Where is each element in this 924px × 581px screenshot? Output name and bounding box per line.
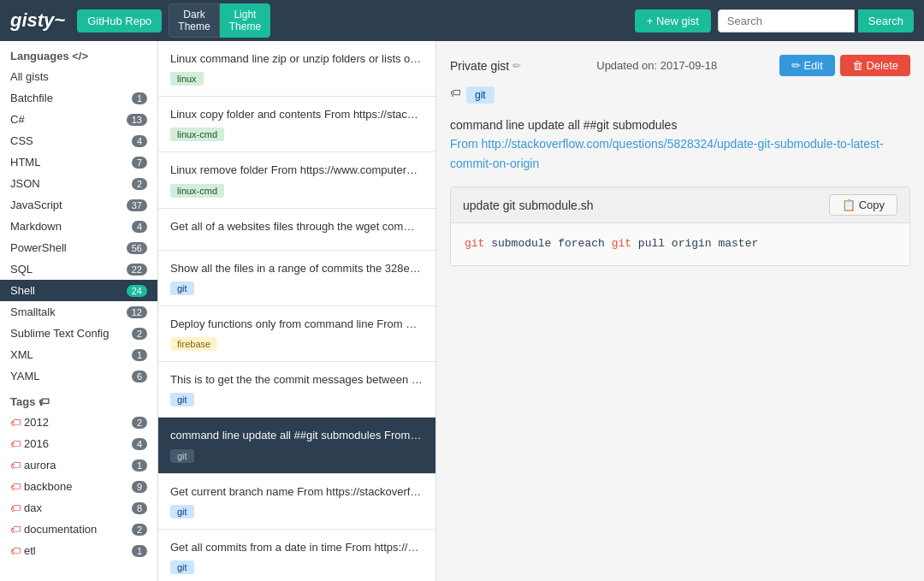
sidebar-item-shell[interactable]: Shell 24 [0,280,157,301]
list-item[interactable]: This is to get the the commit messages b… [158,362,435,418]
list-item[interactable]: Show all the files in a range of commits… [158,251,435,306]
list-item[interactable]: Get current branch name From https://sta… [158,474,435,530]
tag-label-text: etl [24,544,36,557]
sidebar-item-label: XML [10,348,33,361]
tag-item-etl[interactable]: 🏷 etl 1 [0,540,157,561]
list-item[interactable]: Linux remove folder From https://www.com… [158,152,435,208]
sidebar-item-json[interactable]: JSON 2 [0,173,157,194]
tag-bullet-icon: 🏷 [10,524,21,536]
list-item[interactable]: Get all of a websites files through the … [158,209,435,251]
code-text-pull: pull origin master [631,237,758,250]
tag-label-text: aurora [24,459,56,471]
gist-tag: git [170,560,194,574]
gist-title: Get current branch name From https://sta… [170,484,423,500]
sidebar-item-sublime-text-config[interactable]: Sublime Text Config 2 [0,323,157,344]
list-item[interactable]: Linux command line zip or unzip folders … [158,41,435,97]
search-input[interactable] [718,9,855,33]
search-box: Search [718,9,914,33]
gist-tag: git [170,505,194,519]
gist-title: Linux remove folder From https://www.com… [170,163,423,178]
description-link[interactable]: From http://stackoverflow.com/questions/… [450,137,884,169]
sidebar-item-css[interactable]: CSS 4 [0,130,157,151]
sidebar-item-label: C# [10,113,25,126]
description-line1: command line update all ##git submodules [450,116,910,134]
tag-label-text: backbone [24,480,72,493]
sidebar-badge: 6 [132,371,147,382]
tags-title: Tags 🏷 [0,387,157,412]
sidebar-item-smalltalk[interactable]: Smalltalk 12 [0,301,157,323]
gist-tag: linux [170,72,204,86]
sidebar-item-label: Smalltalk [10,305,56,318]
sidebar-item-label: PowerShell [10,241,67,254]
tag-label-text: 2012 [24,416,49,429]
sidebar-item-sql[interactable]: SQL 22 [0,258,157,280]
gist-tag: firebase [170,337,217,351]
dark-theme-button[interactable]: DarkTheme [169,3,219,38]
sidebar-item-all-gists[interactable]: All gists [0,66,157,87]
sidebar-item-label: Markdown [10,220,62,233]
sidebar-badge: 7 [132,157,147,169]
tag-badge: 1 [132,459,147,471]
gist-tag: git [170,282,194,295]
tag-label-text: dax [24,501,42,514]
sidebar-item-powershell[interactable]: PowerShell 56 [0,237,157,258]
detail-description: command line update all ##git submodules… [450,116,910,173]
sidebar-badge: 4 [132,221,147,233]
sidebar-item-label: Sublime Text Config [10,327,109,340]
delete-button[interactable]: 🗑 Delete [840,55,910,76]
copy-button[interactable]: 📋 Copy [829,194,897,216]
sidebar-badge: 37 [127,199,147,211]
sidebar-badge: 1 [132,92,147,104]
list-item[interactable]: Get all commits from a date in time From… [158,530,435,581]
sidebar-badge: 56 [127,242,147,254]
new-gist-button[interactable]: + New gist [635,9,711,33]
sidebar-item-yaml[interactable]: YAML 6 [0,365,157,387]
tag-item-aurora[interactable]: 🏷 aurora 1 [0,454,157,476]
gist-title: Get all commits from a date in time From… [170,540,423,555]
tag-item-dax[interactable]: 🏷 dax 8 [0,497,157,519]
sidebar-badge: 12 [127,306,147,318]
detail-tag-git[interactable]: git [466,86,495,104]
description-line2: From http://stackoverflow.com/questions/… [450,134,910,173]
sidebar-item-markdown[interactable]: Markdown 4 [0,216,157,237]
edit-button[interactable]: ✏ Edit [779,55,835,76]
gist-title: Deploy functions only from command line … [170,317,423,332]
search-button[interactable]: Search [858,9,914,33]
languages-title: Languages </> [0,41,157,66]
tag-item-backbone[interactable]: 🏷 backbone 9 [0,476,157,497]
tag-bullet-icon: 🏷 [10,438,21,450]
gist-tag: git [170,449,194,463]
gist-list-panel: Linux command line zip or unzip folders … [158,41,436,581]
list-item[interactable]: command line update all ##git submodules… [158,418,435,473]
sidebar-item-csharp[interactable]: C# 13 [0,109,157,130]
light-theme-button[interactable]: LightTheme [220,3,270,38]
gist-tag: linux-cmd [170,127,224,141]
sidebar-item-xml[interactable]: XML 1 [0,344,157,365]
tag-item-documentation[interactable]: 🏷 documentation 2 [0,519,157,540]
tag-badge: 2 [132,524,147,536]
tag-bullet-icon: 🏷 [10,502,21,514]
private-gist-text: Private gist [450,59,509,73]
code-text-submodule: submodule foreach [484,237,611,250]
code-filename: update git submodule.sh [463,199,594,212]
list-item[interactable]: Linux copy folder and contents From http… [158,97,435,152]
sidebar-item-html[interactable]: HTML 7 [0,151,157,173]
sidebar-item-javascript[interactable]: JavaScript 37 [0,194,157,216]
gist-tag: linux-cmd [170,184,224,198]
tag-bullet-icon: 🏷 [10,459,21,471]
sidebar-item-batchfile[interactable]: Batchfile 1 [0,87,157,109]
tag-item-2016[interactable]: 🏷 2016 4 [0,433,157,454]
sidebar-badge: 24 [127,285,147,297]
edit-small-icon: ✏ [512,60,521,72]
tag-badge: 8 [132,502,147,514]
code-content: git submodule foreach git pull origin ma… [451,223,909,265]
sidebar-item-label: JSON [10,177,40,190]
sidebar-badge: 13 [127,114,147,126]
main-layout: Languages </> All gists Batchfile 1 C# 1… [0,41,924,581]
tag-item-2012[interactable]: 🏷 2012 2 [0,412,157,433]
sidebar: Languages </> All gists Batchfile 1 C# 1… [0,41,158,581]
tag-bullet-icon: 🏷 [10,545,21,557]
theme-toggle-group: DarkTheme LightTheme [169,3,270,38]
list-item[interactable]: Deploy functions only from command line … [158,306,435,362]
github-repo-button[interactable]: GitHub Repo [77,9,162,33]
